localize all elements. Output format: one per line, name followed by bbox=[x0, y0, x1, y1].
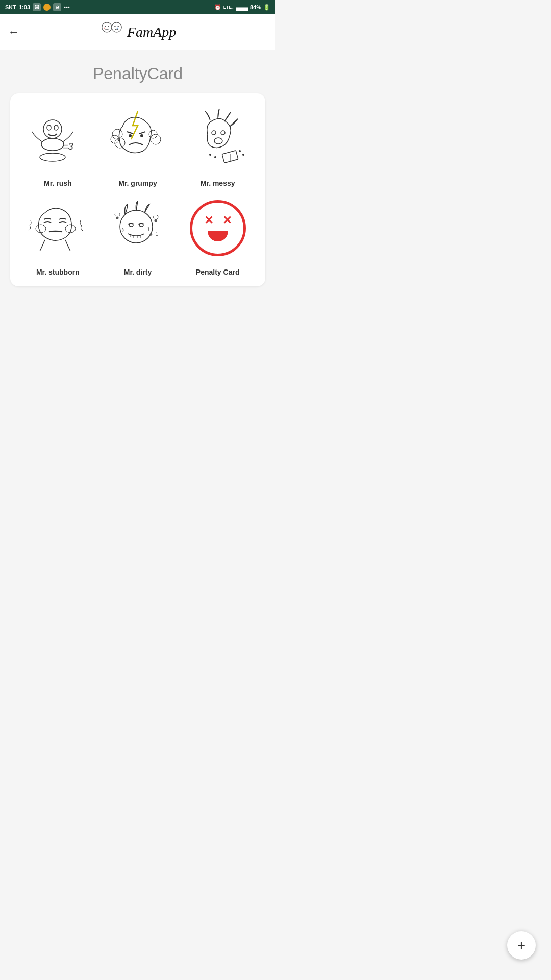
svg-point-2 bbox=[108, 26, 109, 27]
svg-point-1 bbox=[105, 26, 106, 27]
svg-point-18 bbox=[151, 134, 161, 144]
back-button[interactable]: ← bbox=[8, 26, 19, 39]
svg-point-3 bbox=[104, 27, 105, 28]
svg-point-26 bbox=[214, 156, 216, 158]
svg-point-33 bbox=[154, 219, 157, 222]
grid-item-penalty-card[interactable]: ✕ ✕ Penalty Card bbox=[180, 192, 255, 276]
penalty-mouth-icon bbox=[208, 231, 228, 241]
svg-point-8 bbox=[41, 138, 64, 151]
carrier-label: SKT bbox=[5, 4, 16, 10]
mr-rush-label: Mr. rush bbox=[44, 179, 71, 187]
penalty-eyes: ✕ ✕ bbox=[204, 215, 232, 226]
lte-icon: LTE↓ bbox=[223, 5, 234, 10]
mr-stubborn-image bbox=[22, 192, 93, 264]
penalty-grid: =3 Mr. rush bbox=[20, 104, 255, 276]
battery-icon: 🔋 bbox=[263, 4, 270, 11]
status-time: 1:03 bbox=[19, 4, 30, 10]
svg-point-23 bbox=[214, 138, 222, 144]
svg-point-7 bbox=[116, 27, 118, 28]
svg-point-31 bbox=[120, 210, 153, 243]
svg-point-11 bbox=[54, 125, 58, 130]
wear-icon bbox=[43, 4, 51, 11]
page-title: PenaltyCard bbox=[0, 50, 276, 93]
grid-item-mr-stubborn[interactable]: Mr. stubborn bbox=[20, 192, 95, 276]
left-eye-x-icon: ✕ bbox=[204, 215, 213, 226]
mr-dirty-image: 4+1 bbox=[102, 192, 173, 264]
status-left: SKT 1:03 🖼 ☠ ••• bbox=[5, 3, 70, 11]
mr-rush-image: =3 bbox=[22, 104, 93, 175]
penalty-card-label: Penalty Card bbox=[196, 268, 240, 276]
status-right: ⏰ LTE↓ ▄▄▄ 84% 🔋 bbox=[214, 4, 270, 11]
svg-point-27 bbox=[239, 150, 241, 152]
mr-rush-sketch: =3 bbox=[24, 106, 91, 173]
logo-text: FamApp bbox=[127, 24, 176, 40]
svg-point-22 bbox=[221, 131, 225, 135]
svg-text:=3: =3 bbox=[63, 141, 73, 152]
svg-point-32 bbox=[116, 217, 118, 219]
penalty-card-image: ✕ ✕ bbox=[182, 192, 254, 264]
alarm-icon: ⏰ bbox=[214, 4, 221, 11]
dots-icon: ••• bbox=[64, 4, 70, 10]
penalty-card-icon: ✕ ✕ bbox=[190, 200, 246, 256]
svg-point-0 bbox=[102, 22, 112, 32]
svg-point-29 bbox=[36, 225, 46, 233]
header: ← FamApp bbox=[0, 14, 276, 50]
mr-messy-label: Mr. messy bbox=[201, 179, 235, 187]
battery-label: 84% bbox=[250, 4, 261, 10]
svg-text:4+1: 4+1 bbox=[149, 231, 158, 237]
card-container: =3 Mr. rush bbox=[10, 93, 265, 286]
mr-dirty-sketch: 4+1 bbox=[105, 195, 171, 261]
svg-point-5 bbox=[114, 26, 115, 27]
mr-dirty-label: Mr. dirty bbox=[124, 268, 152, 276]
mr-messy-image bbox=[182, 104, 254, 175]
svg-point-34 bbox=[129, 224, 133, 227]
status-bar: SKT 1:03 🖼 ☠ ••• ⏰ LTE↓ ▄▄▄ 84% 🔋 bbox=[0, 0, 276, 14]
mr-grumpy-image bbox=[102, 104, 173, 175]
logo-container: FamApp bbox=[99, 20, 176, 44]
grid-item-mr-rush[interactable]: =3 Mr. rush bbox=[20, 104, 95, 187]
svg-point-35 bbox=[139, 224, 143, 227]
photo-icon: 🖼 bbox=[33, 3, 41, 11]
svg-point-21 bbox=[212, 131, 216, 135]
svg-point-20 bbox=[140, 134, 143, 137]
signal-icon: ▄▄▄ bbox=[236, 4, 248, 10]
mr-grumpy-sketch bbox=[105, 106, 171, 173]
grid-item-mr-grumpy[interactable]: Mr. grumpy bbox=[101, 104, 176, 187]
mr-grumpy-label: Mr. grumpy bbox=[118, 179, 157, 187]
svg-point-28 bbox=[242, 154, 244, 156]
svg-point-10 bbox=[47, 125, 51, 130]
svg-point-25 bbox=[209, 154, 211, 156]
svg-point-4 bbox=[112, 22, 121, 32]
svg-point-19 bbox=[129, 134, 132, 137]
grid-item-mr-dirty[interactable]: 4+1 Mr. dirty bbox=[101, 192, 176, 276]
right-eye-x-icon: ✕ bbox=[222, 215, 232, 226]
svg-point-6 bbox=[117, 26, 118, 27]
mr-stubborn-sketch bbox=[24, 195, 91, 261]
svg-point-13 bbox=[40, 153, 65, 161]
skull-icon: ☠ bbox=[53, 3, 61, 11]
grid-item-mr-messy[interactable]: Mr. messy bbox=[180, 104, 255, 187]
logo-faces-icon bbox=[99, 20, 124, 44]
mr-messy-sketch bbox=[185, 106, 251, 173]
mr-stubborn-label: Mr. stubborn bbox=[36, 268, 80, 276]
